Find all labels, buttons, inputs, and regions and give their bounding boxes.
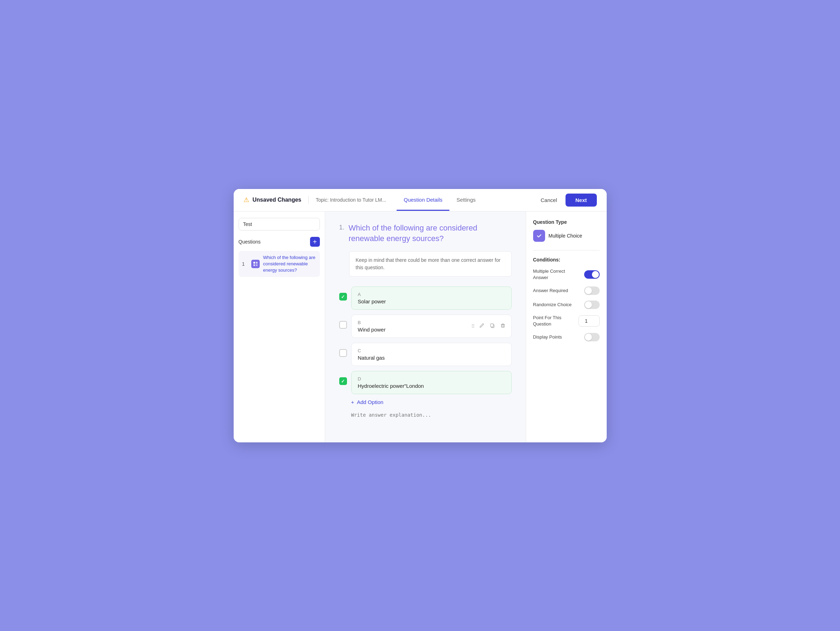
option-card-c[interactable]: C Natural gas: [351, 343, 512, 366]
answer-explanation-input[interactable]: [351, 412, 512, 426]
question-type-label: Multiple Choice: [549, 233, 583, 238]
delete-option-b-button[interactable]: [499, 322, 507, 330]
display-points-row: Display Points: [533, 333, 600, 341]
option-label-c: C: [358, 348, 505, 353]
question-type-title: Question Type: [533, 219, 600, 225]
svg-rect-3: [256, 264, 257, 266]
edit-option-b-button[interactable]: [478, 322, 485, 330]
plus-icon: +: [313, 238, 317, 245]
header-left: ⚠ Unsaved Changes: [243, 196, 309, 204]
svg-rect-0: [253, 262, 255, 263]
add-option-plus-icon: +: [351, 399, 354, 405]
header-actions: Cancel Next: [536, 194, 597, 207]
answer-required-row: Answer Required: [533, 287, 600, 295]
panel-divider: [533, 250, 600, 251]
question-item-text: Which of the following are considered re…: [263, 254, 316, 274]
copy-option-b-button[interactable]: [489, 322, 496, 330]
question-title[interactable]: Which of the following are considered re…: [349, 223, 512, 245]
point-question-label: Point For This Question: [533, 315, 578, 327]
option-card-b[interactable]: B Wind power ⠿: [351, 315, 512, 338]
add-option-button[interactable]: + Add Option: [351, 399, 384, 405]
option-checkbox-d[interactable]: [339, 377, 347, 385]
svg-rect-1: [256, 262, 257, 263]
answer-required-label: Answer Required: [533, 287, 584, 294]
option-text-d: Hydroelectric power"London: [358, 383, 505, 389]
answer-explanation: [351, 412, 512, 428]
topic-label: Topic: Introduction to Tutor LM...: [309, 197, 396, 203]
option-checkbox-b[interactable]: [339, 321, 347, 329]
svg-rect-6: [502, 325, 504, 327]
test-name-input[interactable]: [238, 218, 320, 230]
add-option-label: Add Option: [357, 399, 383, 405]
questions-header: Questions +: [238, 237, 320, 247]
svg-rect-2: [253, 264, 255, 266]
option-row-a: A Solar power: [339, 287, 512, 310]
app-header: ⚠ Unsaved Changes Topic: Introduction to…: [234, 189, 607, 211]
randomize-choice-toggle[interactable]: [584, 301, 600, 309]
option-row-c: C Natural gas: [339, 343, 512, 366]
warning-icon: ⚠: [243, 196, 249, 204]
question-number-label: 1.: [339, 223, 344, 245]
option-card-d[interactable]: D Hydroelectric power"London: [351, 371, 512, 394]
main-content: 1. Which of the following are considered…: [325, 211, 526, 442]
header-tabs: Question Details Settings: [396, 189, 536, 210]
svg-rect-5: [491, 324, 493, 327]
multiple-correct-toggle[interactable]: [584, 270, 600, 279]
option-card-a[interactable]: A Solar power: [351, 287, 512, 310]
randomize-choice-label: Randomize Choice: [533, 301, 584, 308]
question-header: 1. Which of the following are considered…: [339, 223, 512, 245]
question-hint: Keep in mind that there could be more th…: [349, 251, 512, 277]
unsaved-changes-label: Unsaved Changes: [253, 197, 302, 203]
drag-icon[interactable]: ⠿: [471, 323, 475, 329]
option-row-b: B Wind power ⠿: [339, 315, 512, 338]
option-checkbox-c[interactable]: [339, 349, 347, 357]
cancel-button[interactable]: Cancel: [536, 194, 561, 206]
question-type-icon: [533, 230, 545, 242]
option-text-c: Natural gas: [358, 355, 505, 361]
questions-label: Questions: [238, 239, 261, 245]
option-text-a: Solar power: [358, 298, 505, 304]
option-row-d: D Hydroelectric power"London: [339, 371, 512, 394]
display-points-label: Display Points: [533, 334, 584, 340]
right-panel: Question Type Multiple Choice Conditions…: [526, 211, 607, 442]
option-label-d: D: [358, 376, 505, 382]
option-label-a: A: [358, 292, 505, 297]
question-type-card: Multiple Choice: [533, 230, 600, 242]
question-number: 1: [242, 261, 248, 267]
tab-settings[interactable]: Settings: [449, 190, 482, 211]
display-points-toggle[interactable]: [584, 333, 600, 341]
multiple-correct-label: Multiple Correct Answer: [533, 268, 584, 281]
tab-question-details[interactable]: Question Details: [396, 190, 449, 211]
add-question-button[interactable]: +: [310, 237, 320, 247]
option-b-actions: ⠿: [471, 322, 507, 330]
option-checkbox-a[interactable]: [339, 293, 347, 301]
point-input[interactable]: [578, 316, 600, 327]
point-question-row: Point For This Question: [533, 315, 600, 327]
answer-required-toggle[interactable]: [584, 287, 600, 295]
question-type-icon: [251, 260, 260, 268]
question-list-item[interactable]: 1 Which of the following are considered …: [238, 251, 320, 277]
next-button[interactable]: Next: [565, 194, 597, 207]
multiple-correct-row: Multiple Correct Answer: [533, 268, 600, 281]
conditions-title: Conditions:: [533, 257, 600, 262]
sidebar: Questions + 1 Which of the following are…: [234, 211, 325, 442]
randomize-choice-row: Randomize Choice: [533, 301, 600, 309]
app-body: Questions + 1 Which of the following are…: [234, 211, 607, 442]
